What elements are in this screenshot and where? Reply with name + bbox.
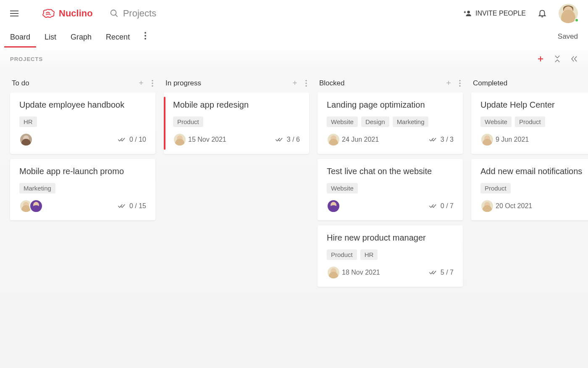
svg-line-1 <box>115 15 117 17</box>
plus-icon <box>537 55 544 63</box>
assignee-list <box>19 133 29 146</box>
board-header: PROJECTS <box>0 50 588 67</box>
user-avatar[interactable] <box>559 4 578 23</box>
column-more-button[interactable] <box>151 79 154 87</box>
assignee-avatar <box>327 266 340 279</box>
plus-icon <box>138 79 144 86</box>
checklist-progress: 0 / 10 <box>118 136 146 143</box>
svg-point-22 <box>459 80 461 82</box>
card-footer: 0 / 10 <box>19 133 146 146</box>
card[interactable]: Mobile app re-launch promoMarketing0 / 1… <box>10 159 155 220</box>
card-footer: 0 / 15 <box>19 199 146 213</box>
column-more-button[interactable] <box>459 79 461 87</box>
assignee-avatar <box>480 133 494 146</box>
tag: HR <box>360 249 378 260</box>
column-title: To do <box>12 79 29 87</box>
app-logo[interactable]: Nuclino <box>41 8 93 19</box>
tag-row: Product <box>480 183 588 193</box>
checklist-icon <box>429 137 437 143</box>
tag: Product <box>173 116 203 127</box>
card-title: Landing page optimization <box>327 100 454 110</box>
column-add-button[interactable] <box>138 79 144 87</box>
search-icon <box>110 9 119 18</box>
svg-point-17 <box>305 80 307 82</box>
card[interactable]: Landing page optimizationWebsiteDesignMa… <box>318 93 463 154</box>
svg-point-13 <box>152 82 153 84</box>
tag: Marketing <box>19 183 55 193</box>
person-add-icon <box>464 10 472 17</box>
svg-point-23 <box>459 82 461 84</box>
tab-graph[interactable]: Graph <box>71 30 92 48</box>
more-vertical-icon <box>151 79 154 87</box>
column-title: In progress <box>165 79 201 87</box>
search-area[interactable]: Projects <box>110 8 156 19</box>
tag: Product <box>480 183 511 193</box>
assignee-list <box>327 199 337 213</box>
tag: Website <box>327 183 358 193</box>
card[interactable]: Add new email notificationsProduct20 Oct… <box>471 159 588 220</box>
card-title: Hire new product manager <box>327 233 454 243</box>
brain-icon <box>41 8 55 19</box>
notifications-button[interactable] <box>538 9 547 18</box>
tab-list[interactable]: List <box>45 30 56 48</box>
card[interactable]: Mobile app redesignProduct15 Nov 20213 /… <box>164 93 309 154</box>
column-header: Completed <box>471 74 588 93</box>
card[interactable]: Test live chat on the websiteWebsite0 / … <box>318 159 463 220</box>
card-footer: 18 Nov 20215 / 7 <box>327 266 454 279</box>
card-title: Update Help Center <box>480 100 588 110</box>
tag: Product <box>515 116 545 127</box>
top-header: Nuclino Projects INVITE PEOPLE <box>0 0 588 27</box>
board-title: PROJECTS <box>10 56 43 62</box>
tab-board[interactable]: Board <box>10 30 30 48</box>
column-more-button[interactable] <box>305 79 307 87</box>
checklist-icon <box>118 203 126 209</box>
svg-point-5 <box>144 32 146 34</box>
checklist-progress: 3 / 3 <box>429 136 454 143</box>
tag-row: WebsiteProduct <box>480 116 588 127</box>
svg-point-19 <box>305 85 307 87</box>
svg-point-12 <box>152 80 153 82</box>
tab-more-button[interactable] <box>144 32 147 46</box>
checklist-icon <box>275 137 284 143</box>
column-add-button[interactable] <box>291 79 298 87</box>
search-placeholder: Projects <box>123 8 156 19</box>
due-date: 18 Nov 2021 <box>342 269 380 276</box>
checklist-icon <box>429 270 437 275</box>
assignee-list <box>327 266 337 279</box>
plus-icon <box>445 79 452 86</box>
more-vertical-icon <box>305 79 307 87</box>
invite-people-button[interactable]: INVITE PEOPLE <box>464 10 526 17</box>
tag: HR <box>19 116 37 127</box>
tag-row: WebsiteDesignMarketing <box>327 116 454 127</box>
column-add-button[interactable] <box>445 79 452 87</box>
checklist-progress: 5 / 7 <box>429 269 454 276</box>
checklist-progress: 0 / 7 <box>429 202 454 210</box>
card[interactable]: Update employee handbookHR0 / 10 <box>10 93 155 154</box>
card-footer: 24 Jun 20213 / 3 <box>327 133 454 146</box>
collapse-button[interactable] <box>554 55 561 63</box>
tab-recent[interactable]: Recent <box>106 30 130 48</box>
checklist-progress: 0 / 15 <box>118 202 146 210</box>
menu-icon[interactable] <box>10 8 20 19</box>
card-footer: 20 Oct 2021 <box>480 199 588 213</box>
add-item-button[interactable] <box>537 55 544 63</box>
assignee-avatar <box>19 133 33 146</box>
tag-row: Product <box>173 116 300 127</box>
svg-point-7 <box>144 38 146 40</box>
presence-indicator <box>575 18 579 22</box>
hide-panel-button[interactable] <box>570 55 578 63</box>
invite-label: INVITE PEOPLE <box>475 10 526 17</box>
card[interactable]: Hire new product managerProductHR18 Nov … <box>318 225 463 287</box>
more-vertical-icon <box>144 32 147 40</box>
checklist-icon <box>118 137 126 143</box>
column-in-progress: In progressMobile app redesignProduct15 … <box>164 74 309 361</box>
assignee-list <box>173 133 183 146</box>
checklist-progress: 3 / 6 <box>275 136 300 143</box>
card-title: Mobile app redesign <box>173 100 300 110</box>
tag: Website <box>480 116 512 127</box>
column-completed: CompletedUpdate Help CenterWebsiteProduc… <box>471 74 588 361</box>
more-vertical-icon <box>459 79 461 87</box>
card-title: Update employee handbook <box>19 100 146 110</box>
card[interactable]: Update Help CenterWebsiteProduct9 Jun 20… <box>471 93 588 154</box>
assignee-avatar <box>29 199 43 213</box>
